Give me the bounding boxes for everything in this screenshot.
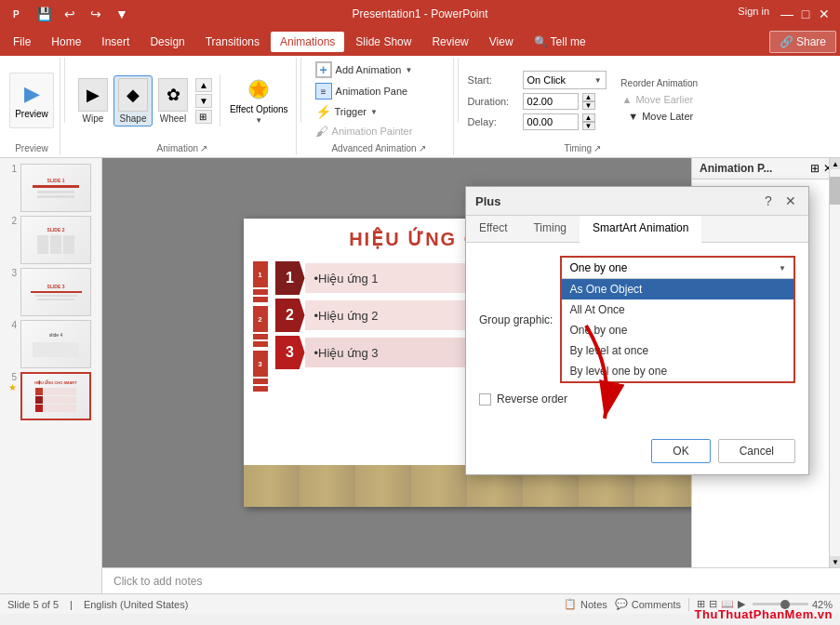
dialog-title-bar: Plus ? ✕ (466, 187, 808, 216)
dialog-tabs: Effect Timing SmartArt Animation (466, 216, 808, 243)
dialog-controls: ? ✕ (760, 193, 799, 209)
dialog-body: Group graphic: One by one ▼ As One Objec… (466, 243, 808, 432)
dialog-title: Plus (475, 194, 500, 208)
cancel-button[interactable]: Cancel (718, 439, 795, 463)
group-graphic-row: Group graphic: One by one ▼ As One Objec… (479, 256, 795, 383)
dialog-tab-timing[interactable]: Timing (520, 216, 580, 242)
dialog-close-button[interactable]: ✕ (782, 193, 799, 209)
option-by-level-at-once[interactable]: By level at once (562, 340, 793, 361)
select-header: One by one ▼ (562, 258, 793, 278)
dialog: Plus ? ✕ Effect Timing SmartArt Animatio… (465, 186, 809, 475)
select-box[interactable]: One by one ▼ As One Object All At Once O… (560, 256, 795, 383)
group-graphic-select: One by one ▼ As One Object All At Once O… (560, 256, 795, 383)
reverse-order-checkbox[interactable] (479, 393, 491, 406)
reverse-order-label: Reverse order (497, 392, 567, 406)
dialog-overlay: Plus ? ✕ Effect Timing SmartArt Animatio… (0, 0, 840, 625)
dialog-footer: OK Cancel (466, 432, 808, 474)
option-by-level-one-by-one[interactable]: By level one by one (562, 361, 793, 381)
option-all-at-once[interactable]: All At Once (562, 299, 793, 320)
dialog-tab-effect[interactable]: Effect (466, 216, 520, 242)
option-one-by-one[interactable]: One by one (562, 320, 793, 340)
dropdown-list: As One Object All At Once One by one By … (562, 278, 793, 381)
group-graphic-label: Group graphic: (479, 313, 553, 326)
reverse-order-row: Reverse order (479, 392, 795, 406)
option-as-one[interactable]: As One Object (562, 279, 793, 299)
select-arrow: ▼ (779, 264, 786, 273)
watermark: ThuThuatPhanMem.vn (695, 607, 833, 621)
dialog-tab-smartart[interactable]: SmartArt Animation (580, 216, 701, 243)
ok-button[interactable]: OK (651, 439, 710, 463)
dialog-help-button[interactable]: ? (760, 193, 777, 209)
